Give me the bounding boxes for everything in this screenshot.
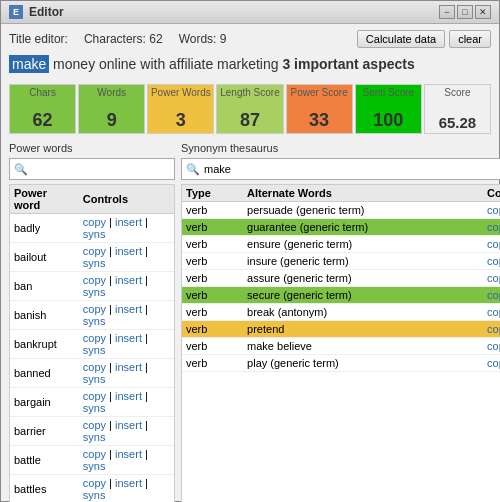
power-word-insert-link[interactable]: insert [115, 390, 142, 402]
title-bar-left: E Editor [9, 5, 64, 19]
synonym-alternate: persuade (generic term) [243, 202, 483, 219]
separator: | [106, 274, 115, 286]
synonym-row: verbpersuade (generic term)copy | in [182, 202, 500, 219]
synonym-copy-link[interactable]: copy [487, 255, 500, 267]
power-word-syns-link[interactable]: syns [83, 460, 106, 472]
power-word-insert-link[interactable]: insert [115, 274, 142, 286]
synonym-alternate: pretend [243, 321, 483, 338]
power-word-copy-link[interactable]: copy [83, 390, 106, 402]
clear-button[interactable]: clear [449, 30, 491, 48]
synonym-copy-link[interactable]: copy [487, 289, 500, 301]
power-word-insert-link[interactable]: insert [115, 303, 142, 315]
synonym-search-input[interactable] [204, 163, 500, 175]
power-word-row: bannedcopy | insert | syns [10, 359, 174, 388]
power-word-insert-link[interactable]: insert [115, 477, 142, 489]
power-word-syns-link[interactable]: syns [83, 257, 106, 269]
synonym-table-container[interactable]: Type Alternate Words Controls verbpersua… [181, 184, 500, 502]
synonym-alternate: secure (generic term) [243, 287, 483, 304]
power-word-insert-link[interactable]: insert [115, 419, 142, 431]
power-word-cell: barrier [10, 417, 79, 446]
power-word-syns-link[interactable]: syns [83, 489, 106, 501]
synonym-row: verbpretendcopy | in [182, 321, 500, 338]
synonym-copy-link[interactable]: copy [487, 306, 500, 318]
synonym-copy-link[interactable]: copy [487, 357, 500, 369]
power-word-syns-link[interactable]: syns [83, 228, 106, 240]
synonym-controls: copy | in [483, 287, 500, 304]
calculate-data-button[interactable]: Calculate data [357, 30, 445, 48]
power-words-value: 3 [176, 110, 186, 131]
synonym-copy-link[interactable]: copy [487, 204, 500, 216]
score-value: 65.28 [439, 114, 477, 131]
synonym-alternate: make believe [243, 338, 483, 355]
length-score-label: Length Score [220, 87, 280, 98]
power-word-syns-link[interactable]: syns [83, 315, 106, 327]
power-word-copy-link[interactable]: copy [83, 274, 106, 286]
synonym-controls: copy | in [483, 236, 500, 253]
synonym-copy-link[interactable]: copy [487, 221, 500, 233]
synonym-controls: copy | in [483, 270, 500, 287]
score-label: Score [444, 87, 470, 98]
synonym-alternate: guarantee (generic term) [243, 219, 483, 236]
synonym-type: verb [182, 202, 243, 219]
power-word-insert-link[interactable]: insert [115, 245, 142, 257]
power-word-insert-link[interactable]: insert [115, 361, 142, 373]
close-button[interactable]: ✕ [475, 5, 491, 19]
synonym-row: verbbreak (antonym)copy | in [182, 304, 500, 321]
power-word-row: banishcopy | insert | syns [10, 301, 174, 330]
top-buttons: Calculate data clear [357, 30, 491, 48]
senti-score-label: Senti Score [362, 87, 414, 98]
synonym-type: verb [182, 304, 243, 321]
power-word-copy-link[interactable]: copy [83, 419, 106, 431]
power-word-syns-link[interactable]: syns [83, 402, 106, 414]
power-word-controls: copy | insert | syns [79, 446, 174, 475]
synonym-controls: copy | in [483, 338, 500, 355]
separator: | [142, 245, 148, 257]
power-word-insert-link[interactable]: insert [115, 332, 142, 344]
synonym-copy-link[interactable]: copy [487, 272, 500, 284]
power-word-cell: bailout [10, 243, 79, 272]
editor-window: E Editor − □ ✕ Title editor: Characters:… [0, 0, 500, 502]
synonym-row: verbplay (generic term)copy | in [182, 355, 500, 372]
power-word-syns-link[interactable]: syns [83, 373, 106, 385]
power-word-controls: copy | insert | syns [79, 330, 174, 359]
power-words-table-container[interactable]: Power word Controls badlycopy | insert |… [9, 184, 175, 502]
separator: | [106, 332, 115, 344]
power-score-value: 33 [309, 110, 329, 131]
separator: | [106, 448, 115, 460]
power-word-controls: copy | insert | syns [79, 359, 174, 388]
synonym-copy-link[interactable]: copy [487, 238, 500, 250]
power-word-insert-link[interactable]: insert [115, 448, 142, 460]
maximize-button[interactable]: □ [457, 5, 473, 19]
synonym-type: verb [182, 253, 243, 270]
power-word-copy-link[interactable]: copy [83, 448, 106, 460]
power-word-cell: bargain [10, 388, 79, 417]
synonym-type: verb [182, 355, 243, 372]
window-title: Editor [29, 5, 64, 19]
power-word-insert-link[interactable]: insert [115, 216, 142, 228]
power-word-copy-link[interactable]: copy [83, 477, 106, 489]
separator: | [106, 361, 115, 373]
power-words-search-input[interactable] [32, 163, 170, 175]
separator: | [142, 274, 148, 286]
power-word-copy-link[interactable]: copy [83, 361, 106, 373]
separator: | [106, 245, 115, 257]
power-word-syns-link[interactable]: syns [83, 286, 106, 298]
separator: | [106, 390, 115, 402]
power-word-syns-link[interactable]: syns [83, 431, 106, 443]
power-word-copy-link[interactable]: copy [83, 332, 106, 344]
power-word-controls: copy | insert | syns [79, 388, 174, 417]
power-word-copy-link[interactable]: copy [83, 303, 106, 315]
synonym-copy-link[interactable]: copy [487, 323, 500, 335]
meta-info: Title editor: Characters: 62 Words: 9 [9, 32, 226, 46]
power-word-cell: badly [10, 214, 79, 243]
power-word-copy-link[interactable]: copy [83, 216, 106, 228]
synonym-search-box: 🔍 ✕ [181, 158, 500, 180]
synonym-panel-label: Synonym thesaurus [181, 142, 500, 154]
synonym-copy-link[interactable]: copy [487, 340, 500, 352]
synonym-controls: copy | in [483, 304, 500, 321]
search-icon-right: 🔍 [186, 163, 200, 176]
minimize-button[interactable]: − [439, 5, 455, 19]
power-word-syns-link[interactable]: syns [83, 344, 106, 356]
power-word-copy-link[interactable]: copy [83, 245, 106, 257]
synonym-type: verb [182, 219, 243, 236]
